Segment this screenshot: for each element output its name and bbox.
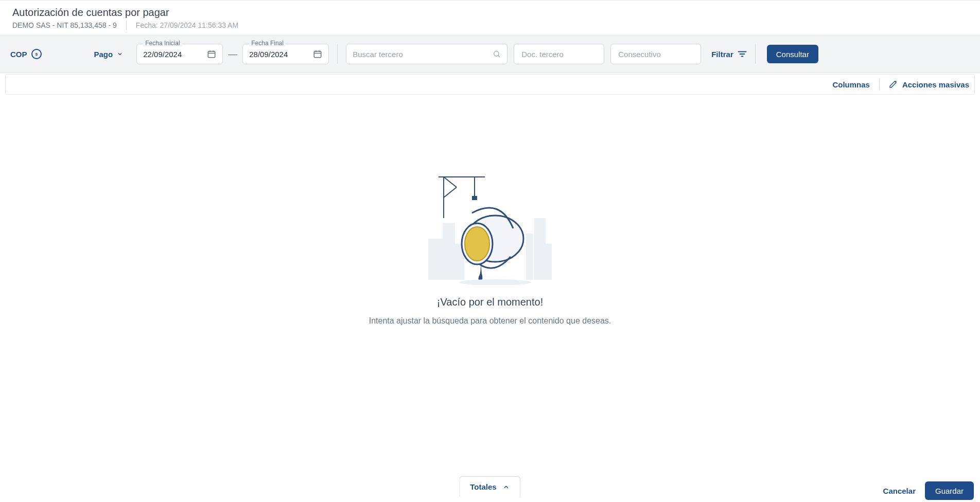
empty-title: ¡Vacío por el momento! (437, 296, 543, 308)
page-title: Autorización de cuentas por pagar (12, 7, 968, 19)
chevron-up-icon (503, 483, 510, 491)
calendar-icon (313, 49, 322, 59)
pencil-icon (889, 80, 897, 88)
filter-icon (738, 50, 747, 58)
header-subrow: DEMO SAS - NIT 85,133,458 - 9 Fecha: 27/… (12, 21, 968, 30)
date-initial-value: 22/09/2024 (143, 50, 207, 59)
svg-text:$: $ (35, 52, 38, 57)
calendar-icon (207, 49, 216, 59)
guardar-button[interactable]: Guardar (925, 481, 974, 500)
cancelar-button[interactable]: Cancelar (883, 487, 916, 495)
search-tercero-field[interactable] (346, 44, 507, 64)
svg-rect-18 (526, 234, 533, 280)
date-final-label: Fecha Final (249, 40, 286, 47)
currency-selector[interactable]: COP $ (10, 49, 42, 59)
page-datetime: Fecha: 27/09/2024 11:56:33 AM (136, 21, 238, 29)
date-initial-label: Fecha Inicial (143, 40, 182, 47)
page-header: Autorización de cuentas por pagar DEMO S… (0, 0, 980, 35)
date-final-field[interactable]: Fecha Final 28/09/2024 (242, 44, 329, 64)
divider (879, 79, 880, 90)
payment-type-dropdown[interactable]: Pago (94, 50, 124, 59)
doc-tercero-input[interactable] (514, 44, 604, 64)
filtrar-button[interactable]: Filtrar (711, 50, 747, 59)
svg-rect-15 (428, 239, 444, 280)
svg-line-23 (444, 177, 457, 187)
empty-subtitle: Intenta ajustar la búsqueda para obtener… (369, 316, 611, 326)
divider (755, 44, 756, 64)
consultar-button[interactable]: Consultar (767, 45, 818, 63)
svg-point-9 (494, 51, 499, 56)
currency-icon: $ (31, 49, 42, 59)
svg-rect-1 (208, 51, 215, 58)
svg-rect-26 (472, 196, 477, 200)
totales-label: Totales (470, 482, 496, 491)
svg-point-31 (459, 279, 531, 285)
filter-bar: COP $ Pago Fecha Inicial 22/09/2024 — Fe… (0, 35, 980, 73)
empty-illustration (428, 172, 552, 285)
svg-point-14 (896, 81, 896, 82)
footer-bar: Totales Cancelar Guardar (0, 479, 980, 502)
empty-state: ¡Vacío por el momento! Intenta ajustar l… (0, 95, 980, 326)
svg-rect-20 (546, 244, 552, 280)
svg-point-29 (465, 227, 489, 261)
totales-toggle[interactable]: Totales (459, 476, 520, 497)
consecutivo-input[interactable] (610, 44, 701, 64)
search-icon (493, 50, 501, 58)
table-actions-bar: Columnas Acciones masivas (5, 74, 975, 95)
svg-line-24 (444, 187, 457, 198)
divider (126, 21, 127, 30)
columnas-button[interactable]: Columnas (832, 80, 870, 89)
date-initial-field[interactable]: Fecha Inicial 22/09/2024 (136, 44, 223, 64)
svg-rect-19 (534, 218, 546, 280)
svg-line-10 (498, 56, 500, 57)
divider (337, 44, 338, 64)
filtrar-label: Filtrar (711, 50, 733, 59)
search-tercero-input[interactable] (353, 50, 493, 59)
company-info: DEMO SAS - NIT 85,133,458 - 9 (12, 21, 117, 29)
date-range-group: Fecha Inicial 22/09/2024 — Fecha Final 2… (136, 44, 329, 64)
acciones-masivas-label: Acciones masivas (902, 80, 969, 89)
chevron-down-icon (117, 51, 123, 57)
svg-rect-16 (443, 223, 455, 280)
date-final-value: 28/09/2024 (249, 50, 313, 59)
payment-type-label: Pago (94, 50, 113, 59)
currency-code: COP (10, 50, 27, 59)
date-separator: — (228, 49, 237, 60)
acciones-masivas-button[interactable]: Acciones masivas (889, 80, 969, 89)
svg-rect-5 (314, 51, 321, 58)
